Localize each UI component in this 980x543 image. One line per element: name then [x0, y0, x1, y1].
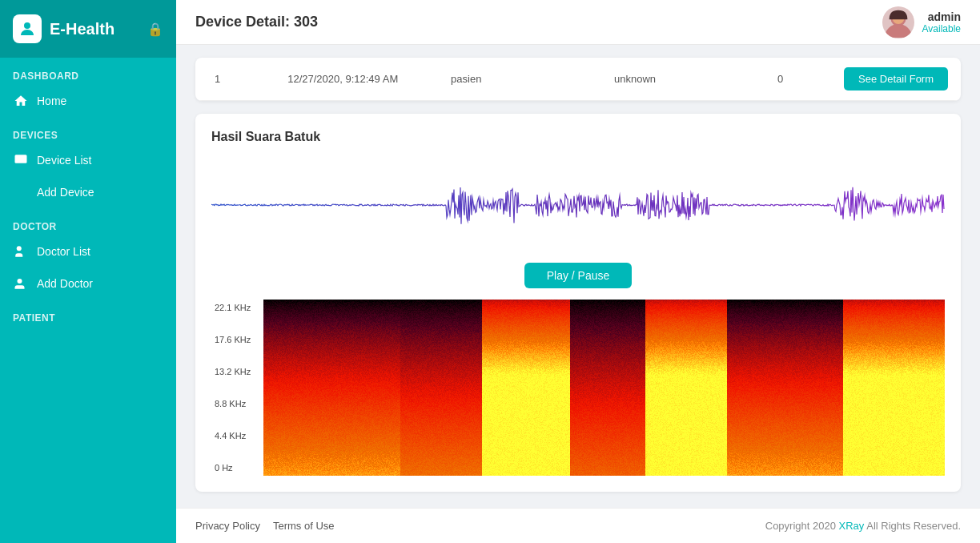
col-index: 1: [208, 73, 281, 85]
sidebar: E-Health 🔒 Dashboard Home Devices Device…: [0, 0, 176, 543]
audio-section-title: Hasil Suara Batuk: [211, 130, 945, 144]
home-icon: [13, 93, 29, 109]
sidebar-item-home-label: Home: [37, 95, 66, 107]
sidebar-item-doctor-list[interactable]: Doctor List: [0, 235, 176, 267]
waveform-canvas: [211, 157, 945, 253]
content-area: 1 12/27/2020, 9:12:49 AM pasien unknown …: [176, 45, 980, 508]
see-detail-button[interactable]: See Detail Form: [844, 67, 948, 90]
footer-links: Privacy Policy Terms of Use: [195, 520, 335, 532]
col-count: 0: [771, 73, 844, 85]
svg-point-2: [17, 246, 22, 251]
sidebar-item-add-doctor[interactable]: Add Doctor: [0, 267, 176, 300]
freq-label-4: 4.4 KHz: [215, 431, 260, 440]
sidebar-section-devices: Devices: [0, 117, 176, 144]
topbar: Device Detail: 303 admin Available: [176, 0, 980, 45]
device-list-icon: [13, 152, 29, 168]
spectrogram-container: 22.1 KHz 17.6 KHz 13.2 KHz 8.8 KHz 4.4 K…: [211, 300, 945, 476]
sidebar-section-doctor: Doctor: [0, 208, 176, 235]
audio-card: Hasil Suara Batuk Play / Pause 22.1 KHz …: [195, 114, 961, 492]
freq-label-0: 22.1 KHz: [215, 303, 260, 312]
svg-point-3: [18, 279, 22, 284]
sidebar-item-device-list-label: Device List: [37, 154, 91, 167]
doctor-list-icon: [13, 243, 29, 259]
add-doctor-icon: [13, 276, 29, 292]
col-patient: pasien: [444, 73, 608, 85]
page-title: Device Detail: 303: [195, 14, 318, 30]
col-datetime: 12/27/2020, 9:12:49 AM: [281, 73, 444, 85]
sidebar-header: E-Health 🔒: [0, 0, 176, 58]
status-badge: Available: [922, 23, 961, 34]
spectrogram-visual: [263, 300, 945, 476]
sidebar-section-patient: Patient: [0, 300, 176, 327]
freq-label-2: 13.2 KHz: [215, 367, 260, 376]
svg-rect-1: [15, 155, 27, 163]
copyright-text: Copyright 2020: [765, 520, 839, 532]
table-row: 1 12/27/2020, 9:12:49 AM pasien unknown …: [195, 58, 961, 101]
sidebar-section-dashboard: Dashboard: [0, 58, 176, 85]
brand-link[interactable]: XRay: [839, 520, 865, 532]
user-details: admin Available: [922, 10, 961, 34]
user-info: admin Available: [882, 6, 961, 38]
username: admin: [928, 10, 961, 23]
app-logo: [13, 14, 42, 43]
table-row-card: 1 12/27/2020, 9:12:49 AM pasien unknown …: [195, 58, 961, 101]
svg-point-0: [24, 22, 30, 29]
waveform-display: [211, 157, 945, 253]
copyright-suffix: All Rights Reserved.: [864, 520, 961, 532]
freq-label-3: 8.8 KHz: [215, 399, 260, 408]
footer-copyright: Copyright 2020 XRay All Rights Reserved.: [765, 520, 961, 532]
avatar: [882, 6, 914, 38]
footer: Privacy Policy Terms of Use Copyright 20…: [176, 508, 980, 543]
sidebar-item-home[interactable]: Home: [0, 85, 176, 117]
sidebar-item-doctor-list-label: Doctor List: [37, 245, 90, 258]
sidebar-item-add-device-label: Add Device: [37, 186, 94, 199]
playback-controls: Play / Pause: [211, 263, 945, 288]
sidebar-item-device-list[interactable]: Device List: [0, 144, 176, 176]
spectrogram-labels: 22.1 KHz 17.6 KHz 13.2 KHz 8.8 KHz 4.4 K…: [211, 300, 263, 476]
freq-label-1: 17.6 KHz: [215, 335, 260, 344]
app-name: E-Health: [50, 20, 114, 38]
lock-icon: 🔒: [147, 22, 163, 37]
freq-label-5: 0 Hz: [215, 463, 260, 473]
col-diagnosis: unknown: [608, 73, 771, 85]
add-device-icon: [13, 184, 29, 200]
privacy-policy-link[interactable]: Privacy Policy: [195, 520, 260, 532]
spectrogram-canvas: [263, 300, 945, 476]
sidebar-item-add-doctor-label: Add Doctor: [37, 277, 93, 290]
sidebar-item-add-device[interactable]: Add Device: [0, 176, 176, 208]
terms-of-use-link[interactable]: Terms of Use: [273, 520, 335, 532]
play-pause-button[interactable]: Play / Pause: [524, 263, 633, 288]
main-area: Device Detail: 303 admin Available 1: [176, 0, 980, 543]
